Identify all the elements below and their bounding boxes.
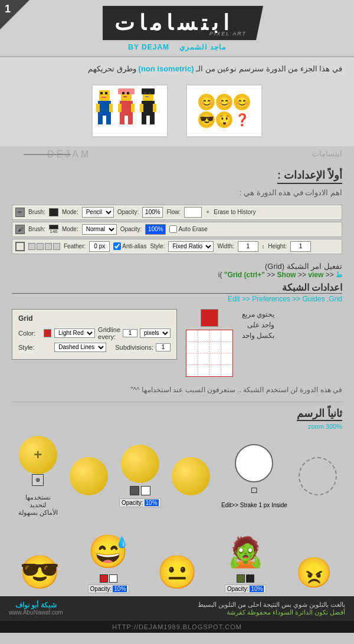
pixel-chars-svg xyxy=(94,87,165,134)
first-section-title: أولاً الإعدادات : xyxy=(277,169,342,184)
grid-right xyxy=(186,309,233,377)
marquee-opt2[interactable] xyxy=(37,243,44,250)
svg-rect-25 xyxy=(142,116,146,124)
tb3-style-select[interactable]: Fixed Ratio xyxy=(168,241,214,252)
grid-color-label: Color: xyxy=(18,330,41,337)
svg-rect-2 xyxy=(105,92,107,94)
tb1-mode-select[interactable]: Pencil xyxy=(82,207,114,218)
bottom-url-bar: HTTP://DEJAM1989.BLOGSPOT.COM xyxy=(0,621,354,633)
circle-item-4 xyxy=(172,457,210,495)
green-swatch xyxy=(237,574,245,583)
tb1-flow-input[interactable] xyxy=(184,207,202,218)
author-arabic: ماجد الشمري xyxy=(179,43,225,51)
emoji-section: 😎 😅 Opacity: 10% 😐 🧟 xyxy=(0,520,354,596)
tb2-mode-select[interactable]: Normal xyxy=(82,224,117,235)
svg-rect-22 xyxy=(149,92,151,94)
auto-erase-checkbox[interactable] xyxy=(169,225,177,233)
emoji-faces-box: 😊 😊 😊 😎 😲 ❓ xyxy=(186,84,263,137)
subdivisions-label: Subdivisions: xyxy=(115,344,153,351)
tb1-opacity-input[interactable] xyxy=(142,207,163,218)
grid-color-row: Color: Light Red Gridline every: pixels xyxy=(18,326,171,340)
grid-style-select[interactable]: Dashed Lines xyxy=(54,343,106,352)
emoji-wink: 😅 xyxy=(88,531,129,573)
circle-5-wrapper: ◻ xyxy=(235,444,273,482)
note-section: في هذه الدورة لن استخدم الشبكة .. ستعرفو… xyxy=(0,383,354,399)
circles-row: ⊕ نستخدمها لتحديدالأماكن بسهولة Opacity:… xyxy=(0,430,354,520)
grid-description: يحتوي مربع واحد على بكسل واحد xyxy=(242,309,274,341)
circle-dashed xyxy=(299,457,337,495)
circle-yellow-3 xyxy=(121,445,159,483)
marquee-opt1[interactable] xyxy=(28,243,35,250)
grid-dialog: Grid Color: Light Red Gridline every: pi… xyxy=(12,309,177,360)
pixel-chars-box xyxy=(91,84,168,137)
anti-alias-label: Anti-alias xyxy=(122,243,146,249)
marquee-opt4[interactable] xyxy=(53,243,60,250)
tb3-antialias: Anti-alias xyxy=(113,242,146,250)
zombie-color-tools xyxy=(237,574,254,583)
footer-desc2: أفضل تكون الدائرة السوداء محفوظة كفرشة xyxy=(198,609,345,616)
gridline-unit-select[interactable]: pixels xyxy=(140,328,171,338)
zoom-value: zoom 300% xyxy=(308,423,342,430)
svg-rect-17 xyxy=(118,104,122,112)
marquee-options xyxy=(28,243,60,250)
dejam-arabic: ابتسامات xyxy=(312,149,342,158)
tb3-width-input[interactable] xyxy=(238,241,258,252)
eraser-icon: ◻ xyxy=(251,485,258,494)
svg-rect-28 xyxy=(153,104,156,112)
grid-style-row: Style: Dashed Lines Subdivisions: xyxy=(18,343,171,352)
gridline-every-group: Gridline every: pixels xyxy=(98,326,171,340)
brush-color-swatch[interactable] xyxy=(49,208,58,216)
grid-dialog-section: Grid Color: Light Red Gridline every: pi… xyxy=(0,306,354,383)
emoji-row: 😎 😅 Opacity: 10% 😐 🧟 xyxy=(6,531,348,593)
color-swatch-dark[interactable] xyxy=(130,486,139,495)
marquee-icon xyxy=(15,242,25,251)
tb3-height-input[interactable] xyxy=(290,241,311,252)
intro-highlight: (non isometric) xyxy=(139,64,194,73)
tb3-width-label: Width: xyxy=(217,243,234,249)
dejam-section: DEJAM ابتسامات xyxy=(0,146,354,164)
grid-style-label: Style: xyxy=(18,344,51,351)
toolbar-pencil: ✏ Brush: Mode: Pencil Opacity: Flow: ✦ E… xyxy=(12,205,342,220)
opacity-box-wink: Opacity: 10% xyxy=(88,584,130,593)
svg-rect-18 xyxy=(131,104,135,112)
circle-yellow-crosshair xyxy=(19,436,57,474)
by-text: BY DEJAM xyxy=(128,43,169,51)
emoji-neutral: 😐 xyxy=(156,552,198,593)
pixel-art-label: PIXEL ART xyxy=(209,31,247,37)
intro-text2: وطرق تحريكهم xyxy=(88,64,136,73)
emoji-item-wink: 😅 Opacity: 10% xyxy=(88,531,130,593)
intro-text: في هذا الجزء من الدورة سنرسم نوعين من ال… xyxy=(88,64,342,73)
circle-1-label: نستخدمها لتحديدالأماكن بسهولة xyxy=(17,494,58,517)
color-swatch-white[interactable] xyxy=(141,486,150,495)
tb2-opacity-input[interactable] xyxy=(145,224,166,235)
subdivisions-input[interactable] xyxy=(156,343,171,351)
grid-dialog-title: Grid xyxy=(18,314,171,323)
gridline-input[interactable] xyxy=(123,329,137,337)
tb1-mode-label: Mode: xyxy=(62,209,78,215)
footer-right: بالغت بالتلوين شوي بس النتيجة احلى من ال… xyxy=(198,601,345,616)
tb2-mode-label: Mode: xyxy=(62,226,78,232)
tb3-feather-input[interactable] xyxy=(89,241,110,252)
footer-url: www.AbuNawaf.com xyxy=(9,609,63,616)
tb2-opacity-label: Opacity: xyxy=(120,226,142,232)
tb2-brush-label: Brush: xyxy=(28,226,45,232)
circle-yellow-4 xyxy=(172,457,210,495)
selection-tool-icon[interactable]: ⊕ xyxy=(32,474,44,486)
grid-color-swatch[interactable] xyxy=(44,329,51,337)
anti-alias-checkbox[interactable] xyxy=(113,242,121,250)
tb2-brush-num: 146 xyxy=(50,229,57,234)
grid-color-select[interactable]: Light Red xyxy=(54,328,95,338)
svg-rect-27 xyxy=(140,104,143,112)
second-section-title: ثانياً الرسم xyxy=(297,407,342,421)
circle-item-6 xyxy=(299,457,337,495)
marquee-opt3[interactable] xyxy=(45,243,52,250)
svg-rect-11 xyxy=(122,92,124,94)
svg-rect-15 xyxy=(120,116,124,124)
toolbar-marquee: Feather: Anti-alias Style: Fixed Ratio W… xyxy=(12,239,342,254)
circle-yellow-2 xyxy=(70,457,108,495)
emoji-item-zombie: 🧟 Opacity: 10% xyxy=(225,531,267,593)
tb3-style-label: Style: xyxy=(150,243,165,249)
svg-rect-13 xyxy=(123,96,127,97)
first-section-header: أولاً الإعدادات : xyxy=(0,164,354,186)
tb1-brush-label: Brush: xyxy=(28,209,45,215)
